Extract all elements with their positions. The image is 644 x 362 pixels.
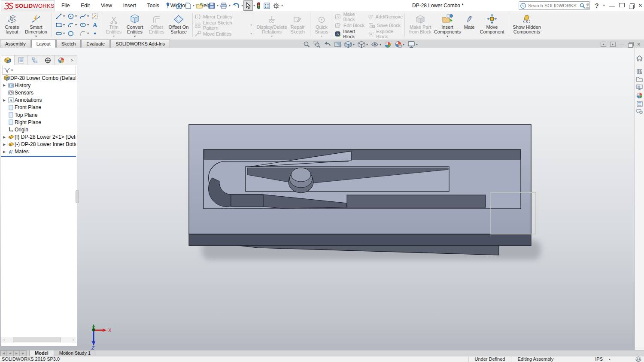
options-list-button[interactable] bbox=[262, 1, 271, 10]
tree-item-origin[interactable]: Origin bbox=[1, 126, 76, 133]
tree-item-front-plane[interactable]: Front Plane bbox=[1, 104, 76, 111]
settings-gear-icon[interactable] bbox=[272, 1, 281, 10]
close-button[interactable]: × bbox=[638, 2, 642, 9]
expand-arrow-icon[interactable]: ▶ bbox=[1, 98, 7, 102]
undo-dropdown-caret-icon[interactable]: ▾ bbox=[241, 3, 243, 8]
dock-pane-left-icon[interactable]: ◂ bbox=[601, 42, 606, 47]
insert-components-button[interactable]: Insert Components ▾ bbox=[434, 12, 461, 39]
arc-caret-icon[interactable]: ▾ bbox=[75, 23, 77, 27]
tab-display-manager[interactable] bbox=[55, 55, 67, 65]
search-box[interactable]: ? ▾ bbox=[519, 1, 590, 10]
save-dropdown-caret-icon[interactable]: ▾ bbox=[217, 3, 219, 8]
slot-caret-icon[interactable]: ▾ bbox=[63, 31, 65, 36]
view-orientation-icon[interactable]: ▾ bbox=[344, 41, 355, 48]
tab-layout[interactable]: Layout bbox=[31, 40, 56, 48]
restore-button[interactable] bbox=[629, 3, 634, 8]
convert-caret-icon[interactable]: ▾ bbox=[134, 34, 136, 39]
tree-item-history[interactable]: ▶ History bbox=[1, 82, 76, 89]
new-dropdown-caret-icon[interactable]: ▾ bbox=[193, 3, 194, 8]
scrollbar-thumb[interactable] bbox=[13, 338, 61, 342]
mate-button[interactable]: Mate bbox=[461, 12, 477, 30]
file-explorer-icon[interactable] bbox=[636, 76, 643, 82]
view-palette-icon[interactable] bbox=[636, 84, 643, 90]
view-orientation-caret-icon[interactable]: ▾ bbox=[353, 43, 355, 47]
sketch-slot-tool[interactable]: ▾ bbox=[54, 30, 66, 37]
units-caret-icon[interactable]: ▴ bbox=[609, 357, 611, 362]
design-library-icon[interactable] bbox=[636, 68, 643, 74]
convert-entities-button[interactable]: Convert Entities ▾ bbox=[123, 12, 146, 39]
tab-solidworks-add-ins[interactable]: SOLIDWORKS Add-Ins bbox=[110, 40, 170, 48]
sketch-polygon-tool[interactable] bbox=[66, 30, 78, 37]
appearances-icon[interactable] bbox=[636, 92, 643, 99]
panel-tabs-overflow-chevron[interactable]: > bbox=[67, 55, 77, 65]
tree-item-mates[interactable]: ▶ Mates bbox=[1, 148, 76, 155]
menu-view[interactable]: View bbox=[95, 0, 118, 11]
tab-assembly[interactable]: Assembly bbox=[0, 40, 31, 48]
expand-arrow-icon[interactable]: ▶ bbox=[1, 143, 7, 146]
home-button[interactable] bbox=[174, 1, 184, 10]
select-dropdown-caret-icon[interactable]: ▾ bbox=[253, 3, 255, 8]
tab-evaluate[interactable]: Evaluate bbox=[81, 40, 110, 48]
panel-splitter-grip[interactable] bbox=[76, 190, 79, 203]
edit-appearance-icon[interactable] bbox=[384, 41, 392, 48]
line-caret-icon[interactable]: ▾ bbox=[63, 14, 65, 18]
new-document-button[interactable] bbox=[184, 1, 192, 10]
sketch-circle-tool[interactable]: ▾ bbox=[66, 13, 78, 20]
sketch-spline-tool[interactable]: ▾ bbox=[78, 13, 90, 20]
tag-globe-icon[interactable] bbox=[635, 356, 641, 362]
tree-filter[interactable]: ▾ bbox=[2, 66, 76, 75]
rollback-bar[interactable] bbox=[1, 156, 76, 157]
sketch-line-tool[interactable]: ▾ bbox=[54, 13, 66, 20]
select-tool-button[interactable] bbox=[243, 0, 253, 11]
units-selector[interactable]: IPS bbox=[589, 356, 609, 362]
sketch-rectangle-tool[interactable]: ▾ bbox=[54, 21, 66, 28]
sketch-ellipse-tool[interactable]: ▾ bbox=[78, 21, 90, 28]
help-button[interactable]: ? bbox=[595, 2, 599, 9]
tree-item-annotations[interactable]: ▶ A Annotations bbox=[1, 97, 76, 104]
hide-show-items-icon[interactable]: ▾ bbox=[371, 41, 381, 48]
tab-featuremanager-tree[interactable] bbox=[1, 55, 15, 65]
expand-arrow-icon[interactable]: ▶ bbox=[1, 150, 7, 154]
show-hidden-components-button[interactable]: Show Hidden Components bbox=[511, 12, 542, 35]
rebuild-button[interactable] bbox=[255, 1, 262, 10]
smart-dimension-button[interactable]: Smart Dimension ▾ bbox=[23, 12, 49, 39]
sketch-text-tool[interactable]: A bbox=[90, 21, 100, 28]
viewport-close-icon[interactable]: × bbox=[637, 41, 641, 48]
forum-icon[interactable] bbox=[636, 109, 643, 115]
undo-button[interactable] bbox=[231, 1, 241, 10]
display-style-icon[interactable]: ▾ bbox=[358, 41, 368, 48]
tree-item-component-lower2[interactable]: ▶ (f) DP-28 Lower 2<1> (Default<<D bbox=[1, 134, 76, 141]
expand-arrow-icon[interactable]: ▶ bbox=[1, 135, 7, 139]
graphics-viewport[interactable]: ▾ ▾ ▾ ▾ ▾ ◂ ▸ — × bbox=[0, 48, 644, 350]
display-style-caret-icon[interactable]: ▾ bbox=[366, 43, 368, 47]
create-layout-button[interactable]: Create layout bbox=[1, 12, 23, 35]
fillet-caret-icon[interactable]: ▾ bbox=[87, 31, 89, 36]
spline-caret-icon[interactable]: ▾ bbox=[87, 14, 89, 18]
section-view-icon[interactable] bbox=[334, 41, 341, 48]
tree-item-right-plane[interactable]: Right Plane bbox=[1, 119, 76, 126]
user-account-icon[interactable] bbox=[585, 3, 591, 9]
scroll-left-icon[interactable]: ‹ bbox=[1, 337, 7, 343]
search-input[interactable] bbox=[527, 3, 578, 9]
open-button[interactable] bbox=[195, 1, 205, 10]
custom-properties-icon[interactable] bbox=[637, 101, 643, 107]
tab-property-manager[interactable] bbox=[15, 55, 28, 65]
open-dropdown-caret-icon[interactable]: ▾ bbox=[205, 3, 207, 8]
tree-item-top-plane[interactable]: Top Plane bbox=[1, 111, 76, 119]
smart-dimension-caret-icon[interactable]: ▾ bbox=[35, 34, 37, 39]
nav-next-icon[interactable]: ▶ bbox=[13, 350, 20, 356]
offset-on-surface-button[interactable]: Offset On Surface bbox=[167, 12, 190, 35]
filter-caret-icon[interactable]: ▾ bbox=[11, 68, 13, 73]
pin-icon[interactable] bbox=[165, 2, 171, 9]
view-settings-icon[interactable]: ▾ bbox=[407, 41, 418, 48]
nav-first-icon[interactable]: ◀ bbox=[0, 350, 7, 356]
sketch-arc-tool[interactable]: ▾ bbox=[66, 21, 78, 28]
sketch-fillet-tool[interactable]: ▾ bbox=[78, 30, 90, 37]
tab-model[interactable]: Model bbox=[29, 350, 54, 356]
rectangle-caret-icon[interactable]: ▾ bbox=[63, 23, 65, 27]
apply-scene-caret-icon[interactable]: ▾ bbox=[403, 43, 404, 47]
sketch-region-tool[interactable] bbox=[90, 13, 100, 20]
hide-show-caret-icon[interactable]: ▾ bbox=[380, 43, 381, 47]
view-settings-caret-icon[interactable]: ▾ bbox=[416, 43, 418, 47]
print-dropdown-caret-icon[interactable]: ▾ bbox=[229, 3, 231, 8]
